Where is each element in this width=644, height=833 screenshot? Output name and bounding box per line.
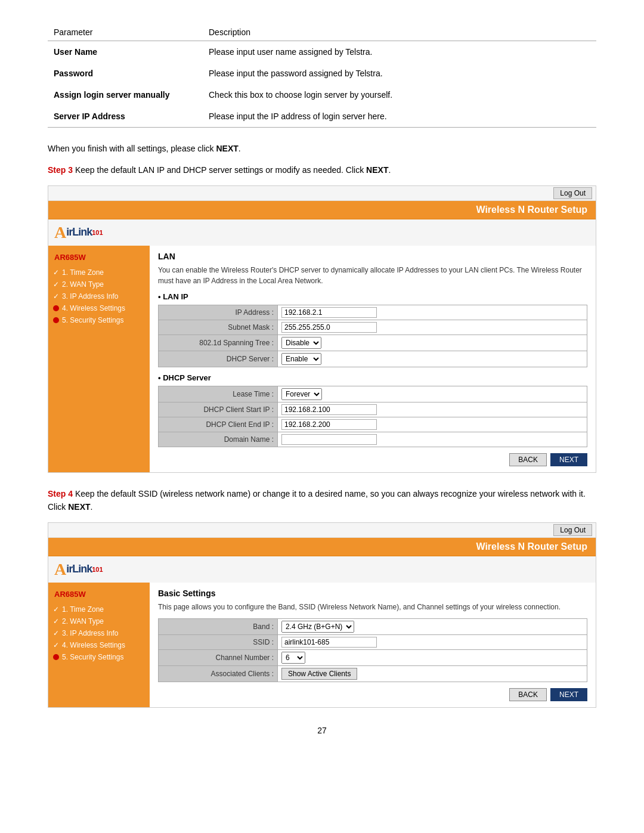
dot-icon bbox=[53, 305, 59, 311]
finish-text: When you finish with all settings, pleas… bbox=[48, 142, 596, 155]
next-button-1[interactable]: NEXT bbox=[550, 453, 587, 466]
router-panel-wireless: Log Out Wireless N Router Setup A irLink… bbox=[48, 522, 596, 708]
form-value[interactable]: 2.4 GHz (B+G+N)2.4 GHz (B)2.4 GHz (G) bbox=[278, 618, 587, 634]
sidebar-label: 3. IP Address Info bbox=[62, 292, 119, 301]
param-name: Assign login server manually bbox=[48, 84, 203, 106]
desc-header: Description bbox=[203, 24, 596, 41]
router-content-wireless: Basic Settings This page allows you to c… bbox=[150, 583, 596, 707]
logo-101-1: 101 bbox=[92, 229, 103, 236]
sidebar-model-1: AR685W bbox=[48, 250, 150, 267]
sidebar-label: 4. Wireless Settings bbox=[62, 304, 125, 312]
logo-irlink-1: irLink bbox=[66, 226, 92, 239]
orange-title-bar-1: Wireless N Router Setup bbox=[48, 201, 596, 219]
sidebar-item-0: ✓ 1. Time Zone bbox=[48, 267, 150, 278]
form-row-1: DHCP Client Start IP : bbox=[159, 402, 587, 417]
router-title-2: Wireless N Router Setup bbox=[476, 541, 587, 552]
form-value[interactable]: Show Active Clients bbox=[278, 665, 587, 682]
param-desc: Please input user name assigned by Telst… bbox=[203, 41, 596, 63]
form-row-3: Associated Clients :Show Active Clients bbox=[159, 665, 587, 682]
step4-text: Step 4 Keep the default SSID (wireless n… bbox=[48, 487, 596, 514]
check-icon: ✓ bbox=[53, 268, 59, 277]
form-select-0[interactable]: Forever1 Hour1 Day bbox=[281, 388, 322, 400]
form-value[interactable]: EnableDisable bbox=[278, 351, 587, 367]
form-value[interactable]: 1234567891011 bbox=[278, 649, 587, 665]
content-title-lan: LAN bbox=[158, 252, 587, 261]
form-select-2[interactable]: 1234567891011 bbox=[281, 652, 305, 664]
param-row: Server IP AddressPlease input the IP add… bbox=[48, 106, 596, 128]
param-desc: Please input the IP address of login ser… bbox=[203, 106, 596, 128]
sidebar-item-2: ✓ 3. IP Address Info bbox=[48, 290, 150, 302]
form-input-1[interactable] bbox=[281, 637, 377, 648]
param-row: User NamePlease input user name assigned… bbox=[48, 41, 596, 63]
form-row-2: DHCP Client End IP : bbox=[159, 417, 587, 432]
logo-a-1: A bbox=[54, 223, 66, 242]
page-number: 27 bbox=[48, 726, 596, 735]
sidebar-item-0: ✓ 1. Time Zone bbox=[48, 603, 150, 615]
form-value[interactable] bbox=[278, 634, 587, 649]
param-row: Assign login server manuallyCheck this b… bbox=[48, 84, 596, 106]
router-content-lan: LAN You can enable the Wireless Router's… bbox=[150, 246, 596, 472]
param-name: User Name bbox=[48, 41, 203, 63]
form-value[interactable] bbox=[278, 432, 587, 447]
logo-a-2: A bbox=[54, 560, 66, 579]
back-button-1[interactable]: BACK bbox=[509, 453, 547, 466]
form-value[interactable]: DisableEnable bbox=[278, 335, 587, 351]
btn-row-1: BACK NEXT bbox=[158, 453, 587, 466]
log-out-button-2[interactable]: Log Out bbox=[553, 524, 592, 536]
router-header-top-1: Log Out bbox=[48, 186, 596, 201]
content-title-wireless: Basic Settings bbox=[158, 589, 587, 598]
logo-row-1: A irLink 101 bbox=[48, 219, 596, 246]
check-icon: ✓ bbox=[53, 292, 59, 301]
form-input-1[interactable] bbox=[281, 404, 377, 415]
show-active-clients-button[interactable]: Show Active Clients bbox=[281, 668, 357, 680]
log-out-button-1[interactable]: Log Out bbox=[553, 187, 592, 199]
sidebar-label: 1. Time Zone bbox=[62, 605, 104, 614]
sidebar-label: 3. IP Address Info bbox=[62, 629, 119, 637]
form-input-1[interactable] bbox=[281, 322, 377, 333]
next-button-2[interactable]: NEXT bbox=[550, 688, 587, 701]
form-label: DHCP Client Start IP : bbox=[159, 402, 278, 417]
param-desc: Check this box to choose login server by… bbox=[203, 84, 596, 106]
sidebar-label: 5. Security Settings bbox=[62, 653, 123, 661]
form-value[interactable] bbox=[278, 320, 587, 335]
btn-row-2: BACK NEXT bbox=[158, 688, 587, 701]
sidebar-2: AR685W ✓ 1. Time Zone✓ 2. WAN Type✓ 3. I… bbox=[48, 583, 150, 707]
form-label: IP Address : bbox=[159, 305, 278, 320]
sidebar-item-3: ✓ 4. Wireless Settings bbox=[48, 639, 150, 651]
form-label: Band : bbox=[159, 618, 278, 634]
back-button-2[interactable]: BACK bbox=[509, 688, 547, 701]
form-label: Domain Name : bbox=[159, 432, 278, 447]
form-row-0: Band :2.4 GHz (B+G+N)2.4 GHz (B)2.4 GHz … bbox=[159, 618, 587, 634]
dhcp-table: Lease Time :Forever1 Hour1 DayDHCP Clien… bbox=[158, 386, 587, 447]
form-row-0: Lease Time :Forever1 Hour1 Day bbox=[159, 386, 587, 402]
logo-101-2: 101 bbox=[92, 566, 103, 573]
logo-irlink-2: irLink bbox=[66, 563, 92, 575]
sidebar-label: 4. Wireless Settings bbox=[62, 641, 125, 649]
form-select-3[interactable]: EnableDisable bbox=[281, 353, 321, 365]
router-panel-lan: Log Out Wireless N Router Setup A irLink… bbox=[48, 185, 596, 473]
sidebar-item-3: 4. Wireless Settings bbox=[48, 302, 150, 314]
form-select-2[interactable]: DisableEnable bbox=[281, 337, 321, 349]
form-value[interactable] bbox=[278, 417, 587, 432]
router-logo-1: A irLink 101 bbox=[54, 223, 103, 242]
form-input-2[interactable] bbox=[281, 419, 377, 430]
router-logo-2: A irLink 101 bbox=[54, 560, 103, 579]
form-label: DHCP Client End IP : bbox=[159, 417, 278, 432]
form-row-2: Channel Number :1234567891011 bbox=[159, 649, 587, 665]
form-value[interactable] bbox=[278, 305, 587, 320]
form-value[interactable] bbox=[278, 402, 587, 417]
form-label: Associated Clients : bbox=[159, 665, 278, 682]
form-row-0: IP Address : bbox=[159, 305, 587, 320]
form-input-3[interactable] bbox=[281, 434, 377, 445]
sidebar-item-1: ✓ 2. WAN Type bbox=[48, 278, 150, 290]
form-input-0[interactable] bbox=[281, 307, 377, 318]
dot-icon bbox=[53, 317, 59, 323]
param-row: PasswordPlease input the password assign… bbox=[48, 63, 596, 84]
dot-icon bbox=[53, 654, 59, 660]
form-row-3: DHCP Server :EnableDisable bbox=[159, 351, 587, 367]
form-value[interactable]: Forever1 Hour1 Day bbox=[278, 386, 587, 402]
form-select-0[interactable]: 2.4 GHz (B+G+N)2.4 GHz (B)2.4 GHz (G) bbox=[281, 621, 354, 633]
param-header: Parameter bbox=[48, 24, 203, 41]
wireless-form-table: Band :2.4 GHz (B+G+N)2.4 GHz (B)2.4 GHz … bbox=[158, 618, 587, 682]
form-row-3: Domain Name : bbox=[159, 432, 587, 447]
